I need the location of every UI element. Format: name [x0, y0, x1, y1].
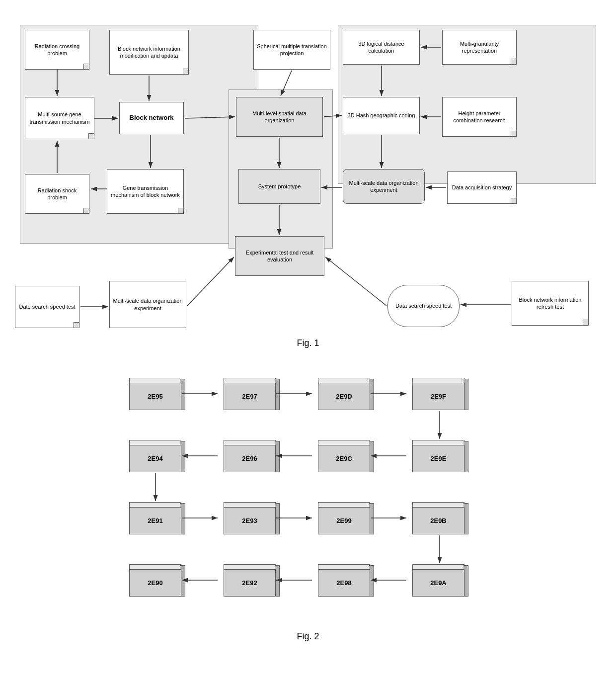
cube-2E9D: 2E9D — [313, 378, 373, 410]
gene-transmission-box: Gene transmission mechanism of block net… — [107, 169, 184, 214]
exp-test-box: Experimental test and result evaluation — [235, 236, 324, 276]
date-search-left-box: Date search speed test — [15, 286, 79, 328]
block-net-refresh-box: Block network information refresh test — [512, 281, 589, 326]
cube-2E97: 2E97 — [219, 378, 278, 410]
cube-2E9C: 2E9C — [313, 440, 373, 472]
cube-2E95: 2E95 — [124, 378, 184, 410]
figure2-container: 2E95 2E97 2E9D — [10, 368, 606, 642]
3d-logical-box: 3D logical distance calculation — [343, 30, 420, 65]
cube-2E92: 2E92 — [219, 564, 278, 597]
cube-2E94: 2E94 — [124, 440, 184, 472]
multi-level-spatial-box: Multi-level spatial data organization — [236, 97, 323, 137]
cube-2E9F: 2E9F — [407, 378, 467, 410]
cube-2E96: 2E96 — [219, 440, 278, 472]
data-search-right-box: Data search speed test — [387, 285, 460, 327]
figure1-container: Radiation crossing problem Block network… — [10, 10, 606, 358]
multi-scale-org-box: Multi-scale data organization experiment — [109, 281, 186, 328]
cube-2E9A: 2E9A — [407, 564, 467, 597]
radiation-crossing-box: Radiation crossing problem — [25, 30, 89, 70]
data-acquisition-box: Data acquisition strategy — [447, 172, 517, 204]
multi-source-gene-box: Multi-source gene transmission mechanism — [25, 97, 94, 139]
figure2-diagram: 2E95 2E97 2E9D — [84, 368, 532, 626]
fig1-label: Fig. 1 — [10, 338, 606, 348]
spherical-projection-box: Spherical multiple translation projectio… — [253, 30, 330, 70]
multi-scale-exp-box: Multi-scale data organization experiment — [343, 169, 425, 204]
svg-line-18 — [187, 257, 234, 306]
block-network-box: Block network — [119, 102, 184, 134]
cube-2E90: 2E90 — [124, 564, 184, 597]
multi-granularity-box: Multi-granularity representation — [442, 30, 517, 65]
system-prototype-box: System prototype — [238, 169, 320, 204]
radiation-shock-box: Radiation shock problem — [25, 174, 89, 214]
figure1-diagram: Radiation crossing problem Block network… — [10, 10, 606, 338]
cube-2E93: 2E93 — [219, 502, 278, 534]
height-param-box: Height parameter combination research — [442, 97, 517, 137]
cube-2E98: 2E98 — [313, 564, 373, 597]
cube-2E99: 2E99 — [313, 502, 373, 534]
svg-line-20 — [325, 257, 386, 306]
cube-front: 2E95 — [129, 383, 181, 410]
block-net-info-mod-box: Block network information modification a… — [109, 30, 189, 75]
page: Radiation crossing problem Block network… — [0, 0, 616, 652]
cube-2E9E: 2E9E — [407, 440, 467, 472]
cube-2E9B: 2E9B — [407, 502, 467, 534]
fig2-label: Fig. 2 — [10, 631, 606, 642]
cube-2E91: 2E91 — [124, 502, 184, 534]
3d-hash-box: 3D Hash geographic coding — [343, 97, 420, 134]
